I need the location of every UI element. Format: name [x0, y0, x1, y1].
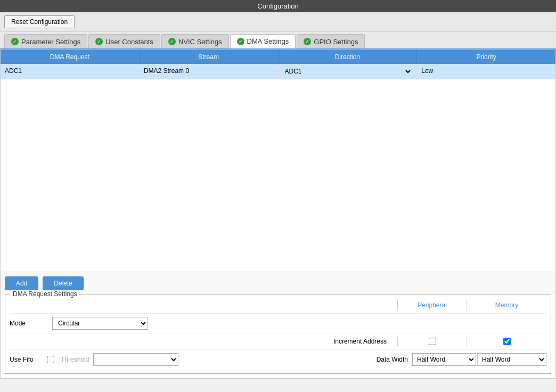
peripheral-increment-checkbox[interactable]	[429, 338, 436, 345]
table-header: DMA Request Stream Direction Priority	[1, 50, 555, 64]
col-header-stream: Stream	[140, 50, 279, 64]
tab-parameter-settings[interactable]: ✓ Parameter Settings	[4, 34, 87, 48]
col-header-priority: Priority	[417, 50, 555, 64]
delete-button[interactable]: Delete	[43, 276, 84, 290]
memory-checkbox-cell	[467, 337, 546, 346]
col-header-dma-request: DMA Request	[1, 50, 140, 64]
data-width-memory-select[interactable]: Half Word Byte Word	[477, 353, 546, 366]
tab-label-nvic: NVIC Settings	[178, 38, 222, 46]
toolbar: Reset Configuration	[0, 12, 556, 32]
settings-group-label: DMA Request Settings	[11, 290, 79, 298]
cell-priority: Low	[417, 64, 555, 79]
threshold-select[interactable]	[93, 353, 178, 366]
table-data-area: ADC1 DMA2 Stream 0 ADC1 Low	[1, 64, 555, 272]
title-bar: Configuration	[0, 0, 556, 12]
tab-label-parameter: Parameter Settings	[21, 38, 80, 46]
action-buttons: Add Delete	[1, 272, 555, 295]
cell-direction[interactable]: ADC1	[279, 64, 418, 79]
tab-user-constants[interactable]: ✓ User Constants	[88, 34, 160, 48]
threshold-label: Threshold	[61, 356, 89, 363]
use-fifo-checkbox[interactable]	[47, 356, 54, 363]
tab-gpio-settings[interactable]: ✓ GPIO Settings	[297, 34, 365, 48]
mode-label: Mode	[10, 320, 52, 327]
tab-nvic-settings[interactable]: ✓ NVIC Settings	[161, 34, 229, 48]
title-text: Configuration	[0, 0, 556, 12]
mode-select[interactable]: Circular Normal	[52, 317, 148, 330]
tab-check-icon-4: ✓	[237, 38, 244, 45]
tab-label-user: User Constants	[105, 38, 153, 46]
tab-check-icon-3: ✓	[168, 38, 176, 45]
table-row[interactable]: ADC1 DMA2 Stream 0 ADC1 Low	[1, 64, 555, 79]
add-button[interactable]: Add	[5, 276, 38, 290]
tab-check-icon-2: ✓	[95, 38, 103, 45]
dma-request-settings: DMA Request Settings Peripheral Memory M…	[5, 295, 551, 374]
use-fifo-label: Use Fifo	[10, 356, 47, 363]
reset-configuration-button[interactable]: Reset Configuration	[4, 15, 75, 28]
peripheral-checkbox-cell	[397, 337, 467, 346]
tab-check-icon: ✓	[11, 38, 19, 45]
tab-check-icon-5: ✓	[304, 38, 311, 45]
col-header-direction: Direction	[279, 50, 418, 64]
data-width-peripheral-select[interactable]: Half Word Byte Word	[412, 353, 476, 366]
cell-dma-request: ADC1	[1, 64, 140, 79]
tabs-bar: ✓ Parameter Settings ✓ User Constants ✓ …	[0, 32, 556, 50]
increment-address-label: Increment Address	[10, 338, 397, 345]
memory-increment-checkbox[interactable]	[503, 338, 511, 345]
direction-select[interactable]: ADC1	[283, 67, 413, 76]
peripheral-header: Peripheral	[397, 299, 467, 311]
tab-dma-settings[interactable]: ✓ DMA Settings	[230, 34, 296, 48]
tab-label-gpio: GPIO Settings	[314, 38, 358, 46]
main-content: DMA Request Stream Direction Priority AD…	[0, 50, 556, 379]
memory-header: Memory	[467, 299, 546, 311]
cell-stream: DMA2 Stream 0	[140, 64, 279, 79]
tab-label-dma: DMA Settings	[247, 37, 289, 45]
data-width-label: Data Width	[377, 356, 408, 363]
